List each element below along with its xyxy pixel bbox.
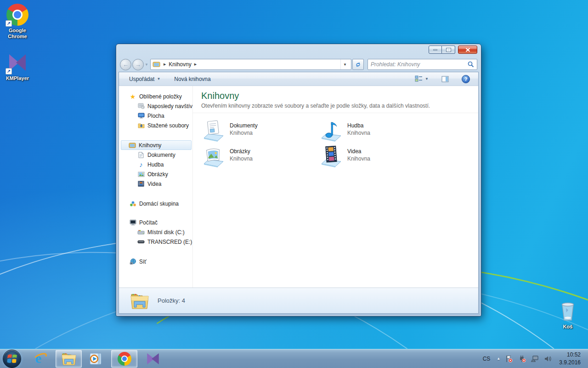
sidebar-label: Knihovny <box>139 142 161 149</box>
sidebar-label: Obrázky <box>147 171 168 178</box>
taskbar-item-chrome[interactable] <box>111 350 137 368</box>
close-icon <box>465 48 470 52</box>
navigation-pane: ★ Oblíbené položky Naposledy navštívené <box>119 86 192 288</box>
shortcut-arrow-icon: ↗ <box>6 20 12 27</box>
refresh-icon <box>355 62 361 68</box>
clock-time: 10:52 <box>559 351 581 358</box>
music-note-icon: ♪ <box>137 161 145 168</box>
sidebar-item-drive-e[interactable]: TRANSCRED (E:) <box>119 237 192 247</box>
chevron-down-icon: ▼ <box>425 77 429 81</box>
search-icon[interactable] <box>468 61 474 68</box>
library-name: Dokumenty <box>230 122 258 129</box>
pictures-library-icon <box>202 144 225 168</box>
desktop-icon-label: KMPlayer <box>0 75 35 81</box>
search-input[interactable] <box>371 61 468 68</box>
taskbar-item-media-player[interactable] <box>83 350 109 368</box>
film-icon <box>137 180 145 188</box>
breadcrumb-location[interactable]: Knihovny <box>169 61 191 68</box>
sidebar-label: TRANSCRED (E:) <box>147 239 192 245</box>
network-icon[interactable] <box>531 355 539 363</box>
action-center-flag-icon[interactable] <box>505 355 513 363</box>
preview-pane-icon <box>441 76 449 82</box>
sidebar-label: Dokumenty <box>147 152 175 158</box>
breadcrumb-arrow-icon[interactable]: ▶ <box>164 63 166 66</box>
sidebar-item-documents[interactable]: Dokumenty <box>119 150 192 160</box>
sidebar-item-favorites[interactable]: ★ Oblíbené položky <box>119 92 192 101</box>
desktop-icon-label: Google Chrome <box>0 28 35 40</box>
preview-pane-button[interactable] <box>438 74 452 84</box>
sidebar-item-network[interactable]: Síť <box>119 257 192 266</box>
refresh-button[interactable] <box>352 59 364 70</box>
sidebar-item-downloads[interactable]: Stažené soubory <box>119 121 192 130</box>
sidebar-item-desktop[interactable]: Plocha <box>119 111 192 121</box>
picture-icon <box>137 171 145 178</box>
desktop-icon <box>137 112 145 120</box>
explorer-window: ← → ▼ ▶ Knihovny ▶ ▼ <box>116 44 481 316</box>
close-button[interactable] <box>458 46 477 54</box>
sidebar-item-music[interactable]: ♪ Hudba <box>119 160 192 169</box>
downloads-folder-icon <box>137 122 145 129</box>
library-item-videos[interactable]: Videa Knihovna <box>319 144 436 169</box>
sidebar-item-homegroup[interactable]: Domácí skupina <box>119 199 192 208</box>
language-indicator[interactable]: CS <box>481 355 492 363</box>
sidebar-item-videos[interactable]: Videa <box>119 179 192 189</box>
library-item-documents[interactable]: Dokumenty Knihovna <box>201 118 319 144</box>
help-button[interactable]: ? <box>458 73 474 85</box>
change-view-button[interactable]: ▼ <box>411 74 432 84</box>
taskbar-item-explorer[interactable] <box>56 350 82 368</box>
recent-places-icon <box>137 103 145 110</box>
sidebar-item-recent-places[interactable]: Naposledy navštívené <box>119 101 192 111</box>
sidebar-item-pictures[interactable]: Obrázky <box>119 169 192 179</box>
maximize-button[interactable] <box>442 46 455 54</box>
items-count: Položky: 4 <box>158 297 185 304</box>
window-titlebar[interactable] <box>116 44 481 57</box>
show-hidden-icons-button[interactable]: ▲ <box>497 356 500 361</box>
sidebar-label: Domácí skupina <box>139 201 179 207</box>
kmplayer-icon <box>145 352 161 366</box>
sidebar-item-local-disk-c[interactable]: Místní disk (C:) <box>119 227 192 237</box>
network-globe-icon <box>129 258 136 265</box>
library-name: Videa <box>347 148 370 155</box>
library-type: Knihovna <box>347 155 370 162</box>
start-button[interactable] <box>3 350 21 368</box>
power-plug-icon[interactable] <box>518 355 526 363</box>
libraries-icon <box>129 142 136 149</box>
search-box[interactable] <box>368 59 477 70</box>
removable-drive-icon <box>137 238 145 246</box>
content-pane: Knihovny Otevřením knihovny zobrazte své… <box>193 86 478 288</box>
wmp-icon <box>89 351 103 366</box>
desktop-icon-kmplayer[interactable]: ↗ KMPlayer <box>0 52 35 81</box>
new-library-label: Nová knihovna <box>174 76 210 82</box>
shortcut-arrow-icon: ↗ <box>6 68 12 75</box>
desktop-icon-chrome[interactable]: ↗ Google Chrome <box>0 4 35 40</box>
command-toolbar: Uspořádat ▼ Nová knihovna ▼ <box>119 72 478 86</box>
clock-date: 3.9.2016 <box>559 359 581 366</box>
library-item-music[interactable]: Hudba Knihovna <box>319 118 436 144</box>
new-library-button[interactable]: Nová knihovna <box>170 74 214 84</box>
taskbar-clock[interactable]: 10:52 3.9.2016 <box>556 351 583 366</box>
forward-button[interactable]: → <box>132 59 144 70</box>
volume-icon[interactable] <box>543 355 552 363</box>
music-library-icon <box>320 119 343 143</box>
sidebar-item-libraries[interactable]: Knihovny <box>121 140 192 150</box>
organize-button[interactable]: Uspořádat ▼ <box>125 74 164 84</box>
library-type: Knihovna <box>230 155 253 162</box>
taskbar-item-kmplayer[interactable] <box>140 350 166 368</box>
minimize-button[interactable] <box>429 46 442 54</box>
navigation-bar: ← → ▼ ▶ Knihovny ▶ ▼ <box>116 57 481 72</box>
address-bar[interactable]: ▶ Knihovny ▶ ▼ <box>150 59 351 70</box>
back-button[interactable]: ← <box>120 59 131 70</box>
folder-icon <box>130 292 149 310</box>
breadcrumb-arrow-icon[interactable]: ▶ <box>194 63 197 66</box>
sidebar-item-computer[interactable]: Počítač <box>119 218 192 227</box>
header-divider <box>193 113 478 113</box>
address-dropdown-icon[interactable]: ▼ <box>340 59 349 69</box>
desktop-wallpaper: ↗ Google Chrome ↗ KMPlayer Koš <box>0 0 588 368</box>
recent-pages-dropdown[interactable]: ▼ <box>145 63 148 67</box>
library-type: Knihovna <box>230 130 258 136</box>
library-item-pictures[interactable]: Obrázky Knihovna <box>201 144 319 169</box>
taskbar-item-internet-explorer[interactable]: e <box>27 350 53 368</box>
documents-library-icon <box>202 119 225 143</box>
desktop-icon-recycle-bin[interactable]: Koš <box>550 300 585 330</box>
system-tray: CS ▲ <box>481 351 588 366</box>
